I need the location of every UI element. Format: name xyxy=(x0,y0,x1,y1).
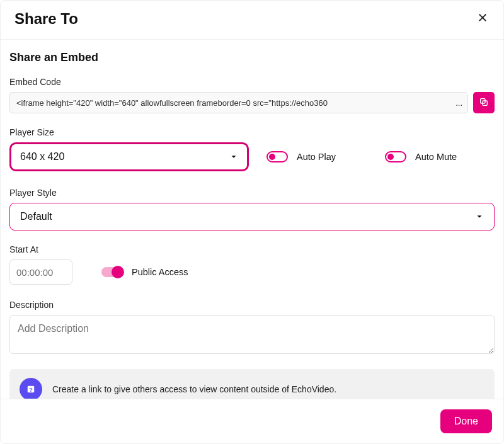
close-button[interactable] xyxy=(474,9,491,28)
section-title: Share an Embed xyxy=(9,51,495,64)
modal-body: Share an Embed Embed Code <iframe height… xyxy=(1,40,503,399)
done-button[interactable]: Done xyxy=(440,409,492,433)
player-size-value: 640 x 420 xyxy=(20,151,64,162)
copy-button[interactable] xyxy=(473,92,495,113)
description-input[interactable] xyxy=(9,315,495,354)
auto-play-toggle[interactable] xyxy=(266,151,288,162)
info-banner: ? Create a link to give others access to… xyxy=(9,369,495,399)
player-style-label: Player Style xyxy=(9,188,495,198)
auto-mute-label: Auto Mute xyxy=(415,152,457,162)
public-access-group: Public Access xyxy=(101,267,188,277)
description-label: Description xyxy=(9,300,495,310)
player-size-select[interactable]: 640 x 420 xyxy=(9,142,249,171)
auto-mute-toggle[interactable] xyxy=(385,151,406,162)
modal-header: Share To xyxy=(1,1,503,40)
modal-footer: Done xyxy=(1,399,503,443)
chevron-down-icon xyxy=(475,212,484,221)
auto-play-label: Auto Play xyxy=(297,152,336,162)
close-icon xyxy=(477,16,488,25)
embed-code-label: Embed Code xyxy=(9,77,495,87)
info-icon: ? xyxy=(20,378,42,399)
public-access-toggle[interactable] xyxy=(101,267,123,277)
embed-row: <iframe height="420" width="640" allowfu… xyxy=(9,92,495,113)
auto-play-group: Auto Play xyxy=(266,151,336,162)
copy-icon xyxy=(479,97,489,109)
svg-text:?: ? xyxy=(29,387,33,393)
info-text: Create a link to give others access to v… xyxy=(52,384,336,394)
embed-code-field[interactable]: <iframe height="420" width="640" allowfu… xyxy=(9,92,468,113)
start-at-input[interactable] xyxy=(9,259,72,285)
public-access-label: Public Access xyxy=(132,267,188,277)
player-size-label: Player Size xyxy=(9,127,495,137)
embed-code-value: <iframe height="420" width="640" allowfu… xyxy=(16,98,328,108)
modal-title: Share To xyxy=(14,10,78,28)
auto-mute-group: Auto Mute xyxy=(385,151,457,162)
share-modal: Share To Share an Embed Embed Code <ifra… xyxy=(0,0,504,444)
player-style-value: Default xyxy=(20,211,52,222)
player-style-select[interactable]: Default xyxy=(9,203,495,231)
chevron-down-icon xyxy=(229,152,238,161)
start-at-label: Start At xyxy=(9,244,495,254)
